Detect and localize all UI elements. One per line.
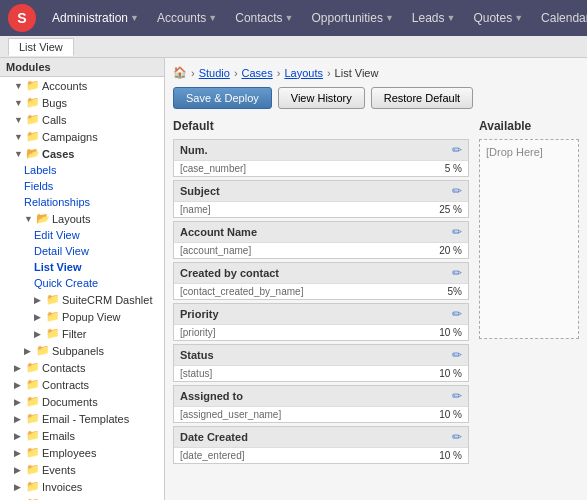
- nav-accounts[interactable]: Accounts ▼: [149, 7, 225, 29]
- nav-calendar[interactable]: Calendar ▼: [533, 7, 587, 29]
- breadcrumb-layouts[interactable]: Layouts: [284, 67, 323, 79]
- sidebar-item-detail-view[interactable]: Detail View: [0, 243, 164, 259]
- folder-icon: 📁: [26, 361, 40, 374]
- folder-icon: 📁: [46, 327, 60, 340]
- sidebar-item-label: Invoices: [42, 481, 82, 493]
- breadcrumb-cases[interactable]: Cases: [242, 67, 273, 79]
- breadcrumb-studio[interactable]: Studio: [199, 67, 230, 79]
- field-row-body: [contact_created_by_name] 5%: [174, 284, 468, 299]
- nav-contacts-arrow: ▼: [285, 13, 294, 23]
- field-api-name: [priority]: [180, 327, 216, 338]
- subnav-list-view[interactable]: List View: [8, 38, 74, 56]
- sidebar-item-filter[interactable]: ▶ 📁 Filter: [0, 325, 164, 342]
- nav-contacts[interactable]: Contacts ▼: [227, 7, 301, 29]
- toggle-icon: ▶: [14, 397, 24, 407]
- sidebar-item-invoices[interactable]: ▶ 📁 Invoices: [0, 478, 164, 495]
- field-display-name: Num.: [180, 144, 208, 156]
- nav-administration-arrow: ▼: [130, 13, 139, 23]
- sidebar-item-label: Cases: [42, 148, 74, 160]
- toggle-icon: ▼: [24, 214, 34, 224]
- folder-icon: 📁: [26, 79, 40, 92]
- field-percent: 5%: [448, 286, 462, 297]
- field-display-name: Assigned to: [180, 390, 243, 402]
- field-edit-icon[interactable]: ✏: [452, 225, 462, 239]
- default-column: Default Num. ✏ [case_number] 5 % Subject…: [173, 119, 469, 467]
- view-history-button[interactable]: View History: [278, 87, 365, 109]
- sidebar-item-labels[interactable]: Labels: [0, 162, 164, 178]
- folder-icon: 📁: [26, 480, 40, 493]
- toggle-icon: ▼: [14, 132, 24, 142]
- field-edit-icon[interactable]: ✏: [452, 184, 462, 198]
- sidebar-item-label: Accounts: [42, 80, 87, 92]
- save-deploy-button[interactable]: Save & Deploy: [173, 87, 272, 109]
- nav-administration[interactable]: Administration ▼: [44, 7, 147, 29]
- toggle-icon: ▶: [34, 312, 44, 322]
- field-api-name: [status]: [180, 368, 212, 379]
- sidebar-item-cases[interactable]: ▼ 📂 Cases: [0, 145, 164, 162]
- field-edit-icon[interactable]: ✏: [452, 348, 462, 362]
- field-percent: 10 %: [439, 409, 462, 420]
- sidebar-item-campaigns[interactable]: ▼ 📁 Campaigns: [0, 128, 164, 145]
- main-layout: Modules ▼ 📁 Accounts ▼ 📁 Bugs ▼ 📁 Calls …: [0, 58, 587, 500]
- field-edit-icon[interactable]: ✏: [452, 389, 462, 403]
- field-row: Created by contact ✏ [contact_created_by…: [173, 262, 469, 300]
- toggle-icon: ▼: [14, 98, 24, 108]
- sidebar-header: Modules: [0, 58, 164, 77]
- sidebar-item-calls[interactable]: ▼ 📁 Calls: [0, 111, 164, 128]
- sidebar-item-accounts[interactable]: ▼ 📁 Accounts: [0, 77, 164, 94]
- field-percent: 10 %: [439, 368, 462, 379]
- sidebar-item-popup-view[interactable]: ▶ 📁 Popup View: [0, 308, 164, 325]
- sidebar-item-fields[interactable]: Fields: [0, 178, 164, 194]
- sidebar-item-label: Emails: [42, 430, 75, 442]
- sidebar-item-quick-create[interactable]: Quick Create: [0, 275, 164, 291]
- field-row-header: Assigned to ✏: [174, 386, 468, 407]
- sidebar-item-label: Email - Templates: [42, 413, 129, 425]
- nav-opportunities[interactable]: Opportunities ▼: [304, 7, 402, 29]
- sidebar-item-emails[interactable]: ▶ 📁 Emails: [0, 427, 164, 444]
- field-display-name: Created by contact: [180, 267, 279, 279]
- sidebar-item-label: Labels: [24, 164, 56, 176]
- folder-icon: 📁: [46, 293, 60, 306]
- sidebar-item-label: Filter: [62, 328, 86, 340]
- sidebar-item-label: Popup View: [62, 311, 121, 323]
- sidebar-item-edit-view[interactable]: Edit View: [0, 227, 164, 243]
- sidebar-item-events[interactable]: ▶ 📁 Events: [0, 461, 164, 478]
- field-percent: 25 %: [439, 204, 462, 215]
- sidebar-item-suitecrm-dashlet[interactable]: ▶ 📁 SuiteCRM Dashlet: [0, 291, 164, 308]
- field-api-name: [account_name]: [180, 245, 251, 256]
- sidebar-item-employees[interactable]: ▶ 📁 Employees: [0, 444, 164, 461]
- field-row-header: Created by contact ✏: [174, 263, 468, 284]
- sidebar-item-kb-categories[interactable]: ▶ 📁 KB - Categories: [0, 495, 164, 500]
- sidebar-item-email-templates[interactable]: ▶ 📁 Email - Templates: [0, 410, 164, 427]
- folder-icon: 📁: [26, 412, 40, 425]
- field-edit-icon[interactable]: ✏: [452, 307, 462, 321]
- restore-default-button[interactable]: Restore Default: [371, 87, 473, 109]
- nav-quotes[interactable]: Quotes ▼: [465, 7, 531, 29]
- field-row-body: [priority] 10 %: [174, 325, 468, 340]
- field-display-name: Status: [180, 349, 214, 361]
- sidebar-item-documents[interactable]: ▶ 📁 Documents: [0, 393, 164, 410]
- home-icon[interactable]: 🏠: [173, 66, 187, 79]
- columns-wrapper: Default Num. ✏ [case_number] 5 % Subject…: [173, 119, 579, 467]
- breadcrumb: 🏠 › Studio › Cases › Layouts › List View: [173, 66, 579, 79]
- sidebar-item-contracts[interactable]: ▶ 📁 Contracts: [0, 376, 164, 393]
- sidebar-item-contacts[interactable]: ▶ 📁 Contacts: [0, 359, 164, 376]
- sub-navigation: List View: [0, 36, 587, 58]
- field-edit-icon[interactable]: ✏: [452, 266, 462, 280]
- sidebar-item-bugs[interactable]: ▼ 📁 Bugs: [0, 94, 164, 111]
- field-edit-icon[interactable]: ✏: [452, 430, 462, 444]
- field-edit-icon[interactable]: ✏: [452, 143, 462, 157]
- nav-leads[interactable]: Leads ▼: [404, 7, 464, 29]
- nav-quotes-arrow: ▼: [514, 13, 523, 23]
- toggle-icon: ▶: [34, 295, 44, 305]
- sidebar: Modules ▼ 📁 Accounts ▼ 📁 Bugs ▼ 📁 Calls …: [0, 58, 165, 500]
- sidebar-item-subpanels[interactable]: ▶ 📁 Subpanels: [0, 342, 164, 359]
- sidebar-item-layouts[interactable]: ▼ 📂 Layouts: [0, 210, 164, 227]
- sidebar-item-list-view[interactable]: List View: [0, 259, 164, 275]
- sidebar-item-relationships[interactable]: Relationships: [0, 194, 164, 210]
- field-row-header: Subject ✏: [174, 181, 468, 202]
- app-logo: S: [8, 4, 36, 32]
- toggle-icon: ▶: [14, 448, 24, 458]
- sidebar-item-label: Relationships: [24, 196, 90, 208]
- drop-zone[interactable]: [Drop Here]: [479, 139, 579, 339]
